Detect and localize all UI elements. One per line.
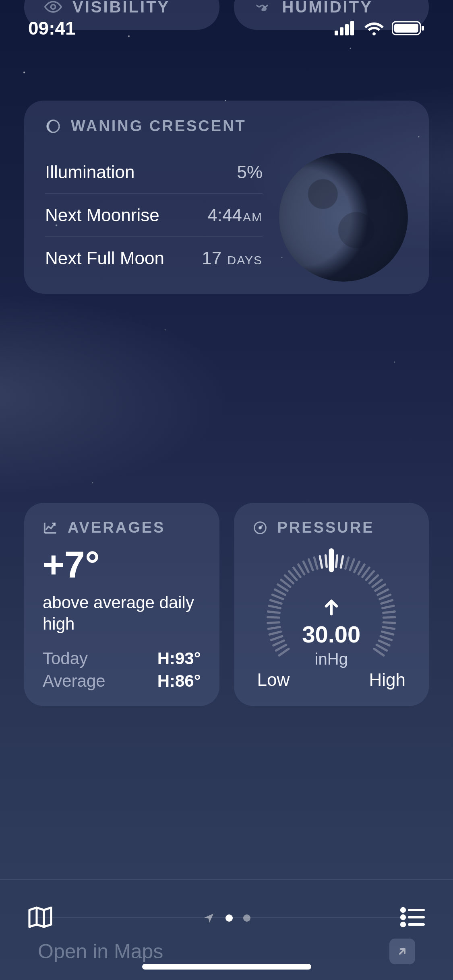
moon-graphic xyxy=(279,153,408,282)
status-bar: 09:41 xyxy=(0,0,453,56)
svg-line-37 xyxy=(369,575,378,583)
svg-line-17 xyxy=(277,585,287,591)
averages-average-value: H:86° xyxy=(157,671,201,691)
svg-line-21 xyxy=(294,568,300,577)
svg-line-39 xyxy=(375,585,385,591)
svg-point-3 xyxy=(259,527,261,529)
cellular-icon xyxy=(335,21,356,35)
svg-line-24 xyxy=(308,559,312,570)
pressure-unit: inHg xyxy=(315,650,348,668)
svg-line-22 xyxy=(298,564,304,574)
svg-line-29 xyxy=(336,556,337,567)
next-full-moon-label: Next Full Moon xyxy=(45,248,164,268)
illumination-value: 5% xyxy=(237,162,263,182)
page-dot-active xyxy=(225,914,233,922)
averages-delta: +7° xyxy=(43,544,201,586)
battery-icon xyxy=(392,21,425,36)
map-icon xyxy=(26,903,55,932)
pressure-card[interactable]: PRESSURE 30.00 inHg Low High xyxy=(234,503,429,706)
svg-line-34 xyxy=(358,564,364,574)
svg-point-65 xyxy=(401,922,405,926)
svg-line-32 xyxy=(350,559,354,570)
svg-line-19 xyxy=(285,575,293,583)
svg-rect-57 xyxy=(350,21,354,35)
locations-list-button[interactable] xyxy=(398,903,427,933)
svg-line-38 xyxy=(372,580,382,587)
svg-point-61 xyxy=(401,908,405,911)
svg-rect-56 xyxy=(345,24,349,35)
averages-average-label: Average xyxy=(43,671,105,691)
averages-today-label: Today xyxy=(43,649,88,668)
svg-line-18 xyxy=(281,580,290,587)
svg-line-20 xyxy=(289,571,296,580)
status-time: 09:41 xyxy=(28,17,76,39)
averages-card[interactable]: AVERAGES +7° above average daily high To… xyxy=(24,503,219,706)
arrow-up-icon xyxy=(321,597,342,618)
moon-phase-icon xyxy=(45,118,61,134)
moon-phase-label: WANING CRESCENT xyxy=(71,117,246,135)
home-indicator[interactable] xyxy=(142,964,311,970)
svg-line-33 xyxy=(354,562,360,572)
svg-line-30 xyxy=(341,556,343,568)
page-indicator[interactable] xyxy=(203,912,250,924)
svg-line-25 xyxy=(314,558,317,569)
svg-rect-54 xyxy=(335,31,338,35)
svg-line-16 xyxy=(275,589,285,595)
svg-point-63 xyxy=(401,915,405,918)
pressure-value: 30.00 xyxy=(302,621,360,648)
illumination-label: Illumination xyxy=(45,162,135,182)
pressure-label: PRESSURE xyxy=(277,519,374,536)
svg-line-31 xyxy=(345,558,349,569)
pressure-high-label: High xyxy=(369,670,406,690)
map-button[interactable] xyxy=(26,903,55,933)
list-icon xyxy=(398,903,427,932)
svg-rect-55 xyxy=(340,27,343,35)
moonrise-label: Next Moonrise xyxy=(45,205,159,225)
gauge-icon xyxy=(252,520,268,535)
moon-phase-card[interactable]: WANING CRESCENT Illumination 5% Next Moo… xyxy=(24,101,429,294)
chart-up-icon xyxy=(43,520,58,535)
next-full-moon-value: 17 DAYS xyxy=(202,248,263,268)
svg-line-26 xyxy=(320,556,322,568)
wifi-icon xyxy=(364,21,385,36)
averages-label: AVERAGES xyxy=(68,519,165,536)
svg-line-40 xyxy=(378,589,388,595)
averages-desc: above average daily high xyxy=(43,592,201,634)
pressure-low-label: Low xyxy=(257,670,290,690)
svg-line-27 xyxy=(325,556,327,567)
page-dot xyxy=(243,914,250,922)
svg-line-23 xyxy=(303,562,308,572)
averages-today-value: H:93° xyxy=(157,649,201,668)
svg-rect-60 xyxy=(422,26,424,31)
svg-line-36 xyxy=(366,571,374,580)
svg-rect-59 xyxy=(394,24,418,33)
svg-line-35 xyxy=(362,568,369,577)
location-arrow-icon xyxy=(203,912,215,924)
moonrise-value: 4:44AM xyxy=(207,205,263,225)
